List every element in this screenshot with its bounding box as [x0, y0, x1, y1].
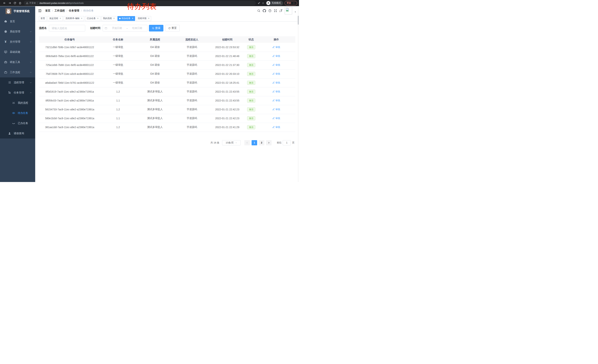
search-icon[interactable]	[257, 9, 260, 12]
page-button-1[interactable]: 1	[252, 140, 257, 145]
goto-page-input[interactable]	[283, 140, 291, 145]
table-body: 73211d9d-7b9b-11ec-b5b7-acde48001122一级审批…	[39, 43, 295, 132]
tab-已办任务[interactable]: 已办任务✕	[85, 16, 100, 21]
breadcrumb-item-首页[interactable]: 首页	[45, 9, 50, 12]
page-size-select[interactable]: 10条/页	[222, 140, 241, 145]
close-icon[interactable]: ✕	[132, 17, 133, 20]
close-icon[interactable]: ✕	[59, 17, 61, 20]
approve-link[interactable]: 审批	[272, 117, 280, 120]
status-badge: 激活	[247, 81, 255, 85]
cell-status: 激活	[245, 87, 257, 96]
sidebar-collapse-icon[interactable]	[38, 9, 42, 13]
approve-link[interactable]: 审批	[272, 108, 280, 111]
approve-link[interactable]: 审批	[272, 99, 280, 102]
sidebar-item-任务管理[interactable]: 任务管理	[0, 88, 35, 98]
caret-down-icon[interactable]	[294, 8, 296, 13]
reset-button[interactable]: 重置	[165, 25, 180, 32]
github-icon[interactable]	[263, 9, 266, 12]
search-button[interactable]: 搜索	[149, 25, 163, 32]
tab-流程详情[interactable]: 流程详情✕	[136, 16, 151, 21]
sidebar-item-我的流程[interactable]: 我的流程	[0, 98, 35, 108]
gear-icon	[4, 30, 7, 33]
close-icon[interactable]: ✕	[148, 17, 150, 20]
approve-link[interactable]: 审批	[272, 126, 280, 129]
sidebar-item-系统管理[interactable]: 系统管理	[0, 26, 35, 37]
sidebar-item-请假查询[interactable]: 请假查询	[0, 128, 35, 138]
sidebar-item-工作流程[interactable]: 工作流程	[0, 67, 35, 77]
sidebar-item-支付管理[interactable]: ¥支付管理	[0, 37, 35, 47]
goto-label: 前往	[277, 141, 282, 145]
tab-我的流程[interactable]: 我的流程✕	[101, 16, 116, 21]
create-time-label: 创建时间	[90, 26, 100, 30]
close-icon[interactable]: ✕	[81, 17, 83, 20]
url-bar[interactable]: 不安全 dashboard.yudao.iocoder.cn/bpm/task/…	[24, 1, 256, 5]
font-size-icon[interactable]: TT	[279, 9, 282, 13]
breadcrumb-item-工作流程[interactable]: 工作流程	[54, 9, 65, 12]
sidebar-item-首页[interactable]: 首页	[0, 16, 35, 26]
breadcrumb-item-待办任务: 待办任务	[83, 9, 94, 12]
process-name-input[interactable]	[49, 25, 85, 32]
security-label[interactable]: 不安全	[29, 1, 36, 5]
approve-link-label: 审批	[275, 126, 280, 129]
sidebar-item-研发工具[interactable]: 研发工具	[0, 57, 35, 67]
sidebar-item-label: 已办任务	[18, 122, 35, 125]
bookmark-star-icon[interactable]: ☆	[262, 2, 264, 4]
toolbox-icon	[4, 61, 7, 64]
page-content: 流程名 创建时间 开始日期 - 结束日期 搜索	[35, 25, 299, 145]
sidebar-item-已办任务[interactable]: 已办任务	[0, 118, 35, 128]
sidebar-item-待办任务[interactable]: 待办任务	[0, 108, 35, 118]
edit-icon	[272, 117, 275, 119]
chevron-down-icon	[30, 51, 32, 53]
more-menu-icon[interactable]: ⋮	[293, 2, 295, 4]
key-icon[interactable]	[258, 2, 260, 4]
status-badge: 激活	[247, 54, 255, 58]
tab-首页[interactable]: 首页	[39, 16, 47, 21]
sidebar-item-流程管理[interactable]: 流程管理	[0, 77, 35, 88]
reload-icon[interactable]	[12, 0, 17, 6]
approve-link[interactable]: 审批	[272, 90, 280, 93]
breadcrumb-item-任务管理[interactable]: 任务管理	[69, 9, 79, 12]
cell-task-name: 一级审批	[100, 69, 136, 78]
tab-流程表单-编辑[interactable]: 流程表单-编辑✕	[64, 16, 84, 21]
cell-process: OA 请假	[136, 43, 174, 52]
page-scrollbar[interactable]	[298, 6, 299, 182]
tab-待办任务[interactable]: 待办任务✕	[117, 16, 135, 21]
help-icon[interactable]	[268, 9, 272, 12]
url-path: /bpm/task/todo	[68, 2, 84, 4]
page-button-2[interactable]: 2	[259, 140, 264, 145]
date-range-picker[interactable]: 开始日期 - 结束日期	[103, 25, 148, 32]
prev-page-button[interactable]	[244, 140, 250, 145]
approve-link[interactable]: 审批	[272, 46, 280, 49]
approve-link[interactable]: 审批	[272, 72, 280, 75]
filter-bar: 流程名 创建时间 开始日期 - 结束日期 搜索	[39, 25, 295, 32]
avatar[interactable]	[285, 7, 292, 15]
close-icon[interactable]: ✕	[113, 17, 115, 20]
chevron-up-icon	[30, 92, 32, 94]
approve-link[interactable]: 审批	[272, 63, 280, 67]
close-icon[interactable]: ✕	[97, 17, 99, 20]
table-row: 069c6a63-7b8a-11ec-8ef0-acde48001122一级审批…	[39, 52, 295, 61]
eye-icon	[12, 112, 15, 115]
forward-icon[interactable]	[7, 0, 12, 6]
approve-link[interactable]: 审批	[272, 54, 280, 58]
logo-row[interactable]: 芋道管理系统	[0, 6, 35, 16]
reset-button-label: 重置	[172, 26, 177, 30]
scrollbar-thumb[interactable]	[298, 16, 299, 25]
table-row: 725a1eb6-7b88-11ec-8ef0-acde48001122一级审批…	[39, 61, 295, 69]
incognito-badge: 无痕模式	[266, 1, 283, 6]
search-button-icon	[152, 27, 154, 29]
back-icon[interactable]	[2, 0, 7, 6]
approve-link[interactable]: 审批	[272, 81, 280, 84]
tab-发起流程[interactable]: 发起流程✕	[48, 16, 63, 21]
next-page-button[interactable]	[266, 140, 272, 145]
update-button[interactable]: 更新 ⋮	[284, 1, 297, 5]
home-icon[interactable]	[17, 0, 23, 6]
sidebar-item-基础设施[interactable]: 基础设施	[0, 47, 35, 57]
workflow-submenu: 流程管理任务管理我的流程待办任务已办任务请假查询	[0, 77, 35, 138]
status-badge: 激活	[247, 90, 255, 94]
fullscreen-icon[interactable]	[274, 9, 277, 12]
cell-created-time: 2022-01-21 22:43:55	[209, 96, 245, 105]
sidebar-item-label: 研发工具	[10, 61, 30, 64]
cell-action: 审批	[257, 52, 295, 61]
sidebar-menu: 首页系统管理¥支付管理基础设施研发工具工作流程流程管理任务管理我的流程待办任务已…	[0, 16, 35, 138]
